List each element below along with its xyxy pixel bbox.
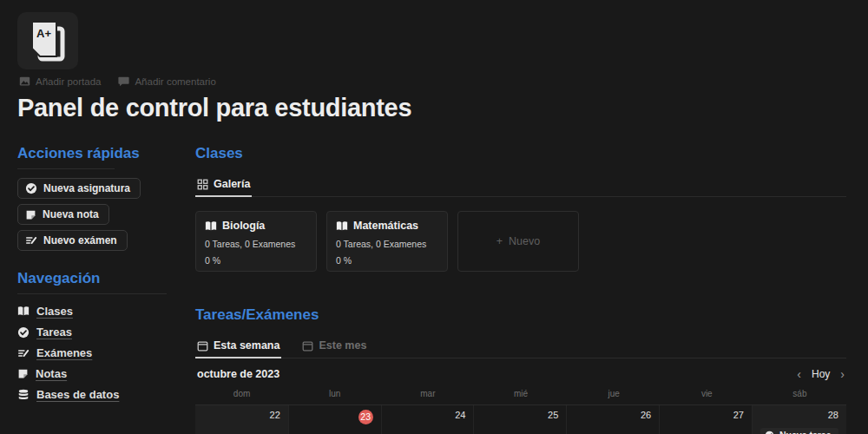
chevron-right-icon[interactable]: › <box>840 368 845 380</box>
add-cover-label: Añadir portada <box>36 76 101 87</box>
image-icon <box>19 76 30 87</box>
calendar-weekday-row: dom lun mar mié jue vie sáb <box>195 384 846 404</box>
student-dashboard-page: A+ Añadir portada Añadir comentario Pane… <box>0 12 868 434</box>
class-card-matematicas[interactable]: Matemáticas 0 Tareas, 0 Examenes 0 % <box>326 211 448 272</box>
add-comment-label: Añadir comentario <box>135 76 215 87</box>
weekday-label: lun <box>288 384 381 404</box>
tab-esta-semana-label: Esta semana <box>214 339 279 352</box>
nav-label-bases-de-datos: Bases de datos <box>36 388 119 401</box>
calendar-nav: ‹ Hoy › <box>797 368 845 380</box>
card-subtitle: 0 Tareas, 0 Examenes <box>336 239 438 249</box>
new-subject-button[interactable]: Nueva asignatura <box>17 178 141 199</box>
check-circle-icon <box>17 326 30 339</box>
clases-tab-bar: Galería <box>195 174 846 197</box>
weekday-label: jue <box>568 384 661 404</box>
chevron-left-icon[interactable]: ‹ <box>797 368 801 380</box>
exam-icon <box>17 347 30 359</box>
calendar-day-22[interactable]: 22 <box>195 405 288 434</box>
book-icon <box>17 306 30 317</box>
comment-icon <box>118 76 129 87</box>
main-content: Clases Galería <box>195 145 846 434</box>
new-subject-label: Nueva asignatura <box>43 182 130 194</box>
quick-action-buttons: Nueva asignatura Nueva nota <box>17 178 195 251</box>
calendar-grid: 22 23 24 25 26 <box>195 404 846 434</box>
event-nueva-tarea[interactable]: Nueva tarea <box>760 428 838 434</box>
tab-este-mes[interactable]: Este mes <box>300 335 368 358</box>
tab-esta-semana[interactable]: Esta semana <box>195 335 281 358</box>
weekday-label: vie <box>661 384 753 404</box>
tab-galeria[interactable]: Galería <box>195 174 252 196</box>
new-exam-label: Nuevo exámen <box>43 234 117 247</box>
tareas-examenes-heading: Tareas/Exámenes <box>195 306 846 324</box>
navigation-list: Clases Tareas <box>17 305 195 401</box>
today-badge: 23 <box>358 410 373 424</box>
new-note-label: Nueva nota <box>43 208 99 220</box>
nav-item-notas[interactable]: Notas <box>17 367 195 380</box>
calendar-month-label: octubre de 2023 <box>197 368 279 380</box>
today-button[interactable]: Hoy <box>812 368 830 380</box>
day-number: 25 <box>482 410 558 420</box>
day-number: 26 <box>575 410 651 420</box>
day-number: 27 <box>667 410 744 420</box>
calendar-day-26[interactable]: 26 <box>566 405 659 434</box>
divider <box>17 293 167 294</box>
tab-galeria-label: Galería <box>214 178 250 190</box>
exam-icon <box>25 234 37 247</box>
new-note-button[interactable]: Nueva nota <box>17 204 109 225</box>
navigation-heading: Navegación <box>17 270 195 287</box>
book-icon <box>205 220 217 232</box>
tasks-section: Tareas/Exámenes Esta semana <box>195 306 846 434</box>
calendar-day-25[interactable]: 25 <box>473 405 566 434</box>
quick-actions-heading: Acciones rápidas <box>17 145 195 162</box>
nav-item-clases[interactable]: Clases <box>17 305 195 318</box>
nav-item-bases-de-datos[interactable]: Bases de datos <box>17 388 195 401</box>
nav-item-tareas[interactable]: Tareas <box>17 326 195 339</box>
book-icon <box>336 220 348 232</box>
calendar-day-23-today[interactable]: 23 <box>288 405 381 434</box>
plus-icon: + <box>496 235 503 247</box>
graded-paper-icon: A+ <box>28 19 68 62</box>
day-number: 24 <box>390 410 466 420</box>
day-number: 22 <box>203 410 280 420</box>
new-card-label: Nuevo <box>509 235 540 247</box>
event-label: Nueva tarea <box>779 430 832 434</box>
day-events: Nueva tarea Matemática <box>760 428 838 434</box>
divider <box>17 168 115 169</box>
sidebar: Acciones rápidas Nueva asignatura <box>17 145 195 434</box>
new-exam-button[interactable]: Nuevo exámen <box>17 230 128 251</box>
tasks-tab-bar: Esta semana Este mes <box>195 335 846 358</box>
nav-label-clases: Clases <box>36 305 73 318</box>
nav-item-examenes[interactable]: Exámenes <box>17 346 195 359</box>
calendar-day-27[interactable]: 27 <box>659 405 752 434</box>
weekday-label: mié <box>474 384 567 404</box>
note-icon <box>25 209 36 220</box>
class-cards: Biología 0 Tareas, 0 Examenes 0 % Mat <box>195 211 846 272</box>
weekday-label: dom <box>195 384 288 404</box>
weekday-label: sáb <box>753 384 846 404</box>
clases-heading: Clases <box>195 145 846 162</box>
nav-label-notas: Notas <box>36 367 67 380</box>
add-comment-button[interactable]: Añadir comentario <box>118 76 215 87</box>
card-subtitle: 0 Tareas, 0 Examenes <box>205 239 307 249</box>
check-circle-icon <box>25 182 37 194</box>
check-circle-icon <box>765 431 774 434</box>
weekday-label: mar <box>381 384 474 404</box>
card-progress: 0 % <box>336 255 438 266</box>
nav-label-examenes: Exámenes <box>36 346 92 359</box>
svg-text:A+: A+ <box>36 27 51 40</box>
card-progress: 0 % <box>205 255 307 266</box>
card-title: Biología <box>222 220 265 232</box>
calendar-day-28[interactable]: 28 Nueva tarea <box>752 405 846 434</box>
gallery-grid-icon <box>197 179 208 190</box>
day-number: 28 <box>760 410 838 420</box>
add-cover-button[interactable]: Añadir portada <box>19 76 101 87</box>
new-class-card-button[interactable]: + Nuevo <box>457 211 579 272</box>
calendar-day-24[interactable]: 24 <box>381 405 474 434</box>
nav-label-tareas: Tareas <box>36 326 72 339</box>
page-icon[interactable]: A+ <box>17 12 78 69</box>
calendar: octubre de 2023 ‹ Hoy › dom lun mar mié … <box>195 358 846 434</box>
note-icon <box>17 368 29 379</box>
tab-este-mes-label: Este mes <box>319 339 366 352</box>
page-title: Panel de control para estudiantes <box>17 94 846 122</box>
class-card-biologia[interactable]: Biología 0 Tareas, 0 Examenes 0 % <box>195 211 317 272</box>
